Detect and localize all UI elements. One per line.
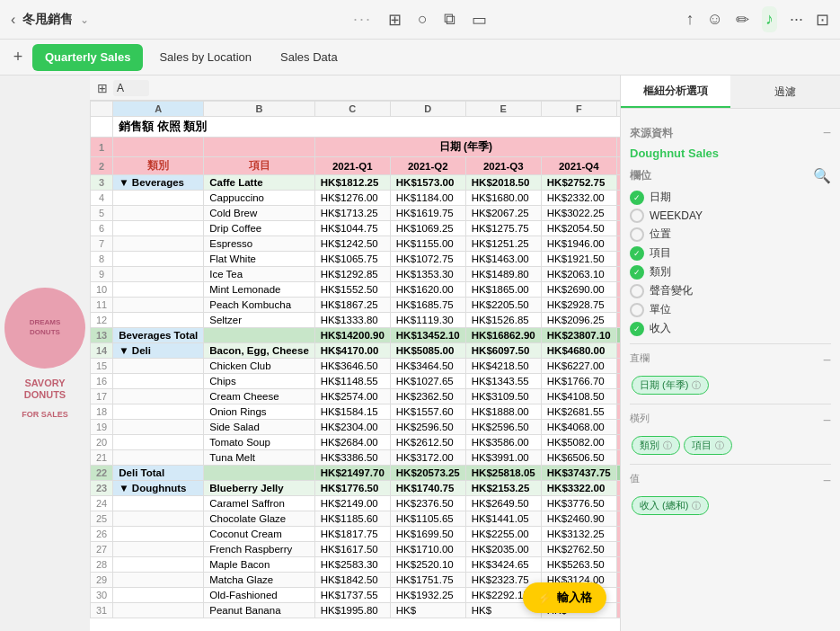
field-item: 單位 [630,302,831,317]
table-row: 3▼ BeveragesCaffe LatteHK$1812.25HK$1573… [91,175,621,191]
table-row: 22Deli TotalHK$21497.70HK$20573.25HK$258… [91,466,621,481]
add-sheet-button[interactable]: + [7,47,29,68]
source-expand-icon[interactable]: − [823,125,831,141]
data-source-name: Doughnut Sales [630,147,831,160]
panel-tab-filter[interactable]: 過濾 [730,76,840,108]
cols-expand-icon[interactable]: − [823,413,831,429]
table-row: 23▼ DoughnutsBlueberry JellyHK$1776.50HK… [91,481,621,496]
field-checkbox[interactable] [630,284,644,298]
values-expand-icon[interactable]: − [823,473,831,489]
watermark-area: DREAMSDONUTS SAVORYDONUTS FOR SALES [0,76,90,631]
field-item: WEEKDAY [630,209,831,223]
app-title: 冬甩銷售 [22,12,73,28]
tab-quarterly-sales[interactable]: Quarterly Sales [32,44,143,71]
sheet-title: 銷售額 依照 類別 [113,117,620,138]
sheet-area: ⊞ A A [90,76,620,631]
table-row: 5Cold BrewHK$1713.25HK$1619.75HK$2067.25… [91,206,621,221]
more-icon[interactable]: ··· [790,10,803,29]
tabs-bar: + Quarterly Sales Sales by Location Sale… [0,40,840,76]
emoji-icon[interactable]: ☺ [707,10,723,29]
field-item: 項目 [630,245,831,261]
field-item: 日期 [630,190,831,205]
panel-content: 來源資料 − Doughnut Sales 欄位 🔍 日期WEEKDAY位置項目… [621,109,840,526]
table-row: 19Side SaladHK$2304.00HK$2596.50HK$2596.… [91,420,621,435]
title-bar: ‹ 冬甩銷售 ⌄ ··· ⊞ ○ ⧉ ▭ ↑ ☺ ✏ ♪ ··· ⊡ [0,0,840,40]
table-row: 27French RaspberryHK$1617.50HK$1710.00HK… [91,542,621,557]
table-row: 17Cream CheeseHK$2574.00HK$2362.50HK$310… [91,389,621,404]
rows-expand-icon[interactable]: − [823,352,831,369]
import-button[interactable]: ⚡ 輸入格 [523,582,606,613]
back-icon[interactable]: ‹ [11,12,15,28]
col-header-f[interactable]: F [541,102,616,117]
image-icon[interactable]: ▭ [472,10,487,30]
cols-axis-section: 橫列 − 類別 ⓘ項目 ⓘ [630,412,831,457]
right-panel: 樞紐分析選項 過濾 來源資料 − Doughnut Sales 欄位 🔍 日期W… [620,76,840,631]
field-checkbox[interactable] [630,322,644,336]
header-row-2: 2 類別 項目 2021-Q1 2021-Q2 2021-Q3 2021-Q4 … [91,157,621,175]
logo-circle: DREAMSDONUTS [4,288,85,369]
import-label: 輸入格 [557,590,592,606]
corner-cell [91,102,113,117]
rows-axis-section: 直欄 − 日期 (年季) ⓘ [630,351,831,396]
import-icon: ⚡ [537,591,552,605]
sheet-toolbar: ⊞ A [90,76,620,101]
divider-3 [630,464,831,465]
row-axis-chip[interactable]: 日期 (年季) ⓘ [632,376,709,395]
col-header-e[interactable]: E [465,102,541,117]
music-icon[interactable]: ♪ [762,6,777,32]
source-section-header: 來源資料 − [630,125,831,141]
table-row: 16ChipsHK$1148.55HK$1027.65HK$1343.55HK$… [91,374,621,389]
col-axis-chip[interactable]: 類別 ⓘ [632,436,680,455]
col-header-g[interactable]: G [616,102,620,117]
table-row: 6Drip CoffeeHK$1044.75HK$1069.25HK$1275.… [91,221,621,236]
field-item: 位置 [630,227,831,242]
field-item: 類別 [630,264,831,280]
copy-icon[interactable]: ⧉ [444,10,455,29]
table-row: 21Tuna MeltHK$3386.50HK$3172.00HK$3991.0… [91,450,621,466]
header-row-1: 1 日期 (年季) [91,138,621,157]
cell-ref: A [113,80,149,96]
field-item: 收入 [630,321,831,336]
pencil-icon[interactable]: ✏ [736,10,749,30]
table-row: 13Beverages TotalHK$14200.90HK$13452.10H… [91,328,621,343]
tab-sales-by-location[interactable]: Sales by Location [146,44,264,71]
divider-1 [630,343,831,344]
table-row: 4CappuccinoHK$1276.00HK$1184.00HK$1680.0… [91,191,621,206]
field-checkbox[interactable] [630,246,644,261]
chevron-down-icon[interactable]: ⌄ [80,13,89,26]
panel-tabs: 樞紐分析選項 過濾 [621,76,840,109]
field-checkbox[interactable] [630,265,644,280]
fields-list: 日期WEEKDAY位置項目類別聲音變化單位收入 [630,190,831,336]
field-checkbox[interactable] [630,227,644,242]
tab-sales-data[interactable]: Sales Data [268,44,350,71]
col-axis-chip[interactable]: 項目 ⓘ [684,436,732,455]
field-checkbox[interactable] [630,191,644,205]
field-checkbox[interactable] [630,209,644,223]
values-axis-section: 值 − 收入 (總和) ⓘ [630,472,831,517]
fields-search-icon[interactable]: 🔍 [813,167,831,184]
col-header-b[interactable]: B [204,102,315,117]
field-checkbox[interactable] [630,303,644,317]
value-chips: 收入 (總和) ⓘ [630,494,831,517]
table-row: 10Mint LemonadeHK$1552.50HK$1620.00HK$18… [91,282,621,298]
format-icon[interactable]: ⊞ [97,81,108,95]
sheet-scroll[interactable]: A B C D E F G 銷售額 依照 類別 [90,101,620,631]
col-header-d[interactable]: D [390,102,465,117]
table-row: 8Flat WhiteHK$1065.75HK$1072.75HK$1463.0… [91,252,621,267]
dots-menu[interactable]: ··· [353,10,372,29]
fields-section-header: 欄位 🔍 [630,167,831,184]
table-row: 12SeltzerHK$1333.80HK$1119.30HK$1526.85H… [91,313,621,328]
share-icon[interactable]: ↑ [686,10,694,29]
table-row: 28Maple BaconHK$2583.30HK$2520.10HK$3424… [91,557,621,573]
value-axis-chip[interactable]: 收入 (總和) ⓘ [632,496,709,515]
panel-tab-pivot[interactable]: 樞紐分析選項 [621,76,730,108]
divider-2 [630,404,831,404]
table-row: 25Chocolate GlazeHK$1185.60HK$1105.65HK$… [91,511,621,527]
col-header-c[interactable]: C [314,102,390,117]
col-header-a[interactable]: A [113,102,204,117]
table-icon[interactable]: ⊞ [388,10,402,30]
clock-icon[interactable]: ○ [418,10,428,29]
person-icon[interactable]: ⊡ [816,10,829,30]
table-row: 18Onion RingsHK$1584.15HK$1557.60HK$1888… [91,404,621,420]
data-table: A B C D E F G 銷售額 依照 類別 [90,101,620,618]
